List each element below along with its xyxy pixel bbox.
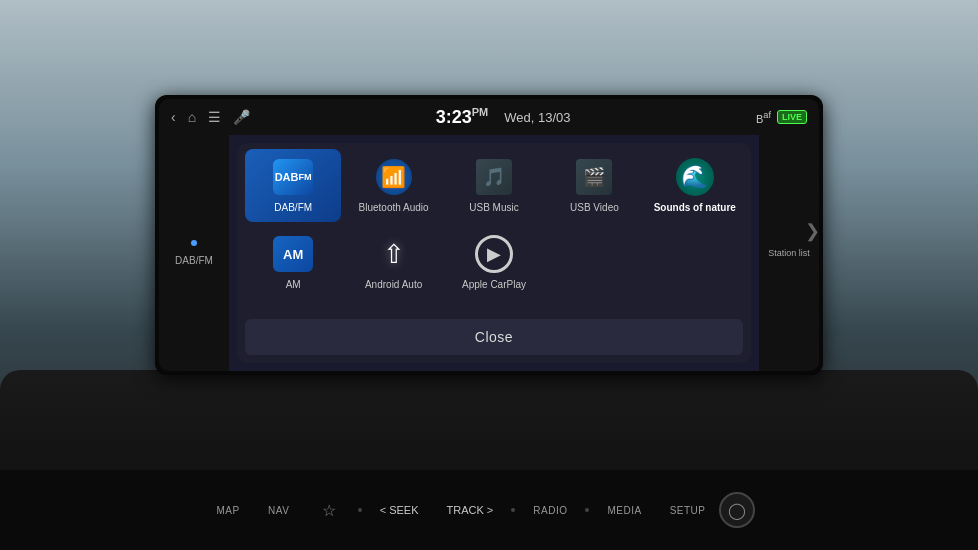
map-button[interactable]: MAP xyxy=(203,497,254,524)
close-button-label: Close xyxy=(475,329,513,345)
nav-label: NAV xyxy=(268,505,289,516)
controls-bar: MAP NAV ☆ < SEEK TRACK > RADIO MEDIA SET… xyxy=(0,470,978,550)
media-item-usb-video[interactable]: 🎬 USB Video xyxy=(546,149,642,222)
setup-label: SETUP xyxy=(670,505,706,516)
media-source-modal: DABFM DAB/FM 📶 Bluetooth Audio xyxy=(237,143,751,363)
media-grid-row2: AM AM ⇧ Andro xyxy=(245,226,743,299)
current-source-label: DAB/FM xyxy=(175,254,213,267)
media-item-usb-music[interactable]: 🎵 USB Music xyxy=(446,149,542,222)
dab-fm-icon: DABFM xyxy=(273,157,313,197)
seek-back-button[interactable]: < SEEK xyxy=(366,496,433,524)
power-icon: ◯ xyxy=(728,501,746,520)
right-sidebar: Station list xyxy=(759,135,819,371)
active-source-indicator xyxy=(191,240,197,246)
am-label: AM xyxy=(286,278,301,291)
nav-button[interactable]: NAV xyxy=(254,497,304,524)
usb-video-icon: 🎬 xyxy=(574,157,614,197)
live-badge: LIVE xyxy=(777,110,807,124)
separator-1 xyxy=(358,508,362,512)
back-icon[interactable]: ‹ xyxy=(171,109,176,125)
media-item-sounds-of-nature[interactable]: 🌊 Sounds of nature xyxy=(647,149,743,222)
sounds-of-nature-icon: 🌊 xyxy=(675,157,715,197)
media-item-apple-carplay[interactable]: ▶ Apple CarPlay xyxy=(446,226,542,299)
time-period: PM xyxy=(472,106,489,118)
time-display: 3:23PM xyxy=(436,106,489,128)
track-forward-button[interactable]: TRACK > xyxy=(433,496,508,524)
am-icon: AM xyxy=(273,234,313,274)
bluetooth-audio-label: Bluetooth Audio xyxy=(359,201,429,214)
media-item-android-auto[interactable]: ⇧ Android Auto xyxy=(345,226,441,299)
sounds-of-nature-label: Sounds of nature xyxy=(654,201,736,214)
favorite-button[interactable]: ☆ xyxy=(304,493,354,528)
empty-cell-1 xyxy=(546,226,642,299)
media-grid-row1: DABFM DAB/FM 📶 Bluetooth Audio xyxy=(245,149,743,222)
apple-carplay-label: Apple CarPlay xyxy=(462,278,526,291)
usb-music-label: USB Music xyxy=(469,201,518,214)
media-label: MEDIA xyxy=(607,505,641,516)
dab-fm-label: DAB/FM xyxy=(274,201,312,214)
power-button[interactable]: ◯ xyxy=(719,492,755,528)
main-content: DAB/FM DABFM DAB/FM xyxy=(159,135,819,371)
radio-label: RADIO xyxy=(533,505,567,516)
top-bar-center: 3:23PM Wed, 13/03 xyxy=(436,106,571,128)
top-bar: ‹ ⌂ ☰ 🎤 3:23PM Wed, 13/03 Baf LIVE xyxy=(159,99,819,135)
seek-back-label: < SEEK xyxy=(380,504,419,516)
top-bar-right: Baf LIVE xyxy=(756,110,807,125)
apple-carplay-icon: ▶ xyxy=(474,234,514,274)
station-list-button[interactable]: Station list xyxy=(768,248,810,258)
date-display: Wed, 13/03 xyxy=(504,110,570,125)
usb-music-icon: 🎵 xyxy=(474,157,514,197)
setup-button[interactable]: SETUP xyxy=(656,497,720,524)
android-auto-icon: ⇧ xyxy=(374,234,414,274)
infotainment-screen: ‹ ⌂ ☰ 🎤 3:23PM Wed, 13/03 Baf LIVE DAB/F xyxy=(159,99,819,371)
star-icon: ☆ xyxy=(322,501,336,520)
time-value: 3:23 xyxy=(436,107,472,127)
bluetooth-icon: 📶 xyxy=(374,157,414,197)
media-button[interactable]: MEDIA xyxy=(593,497,655,524)
menu-icon[interactable]: ☰ xyxy=(208,109,221,125)
media-grid: DABFM DAB/FM 📶 Bluetooth Audio xyxy=(237,143,751,319)
separator-3 xyxy=(585,508,589,512)
separator-2 xyxy=(511,508,515,512)
left-sidebar: DAB/FM xyxy=(159,135,229,371)
signal-icon: Baf xyxy=(756,110,771,125)
media-item-dab-fm[interactable]: DABFM DAB/FM xyxy=(245,149,341,222)
empty-cell-2 xyxy=(647,226,743,299)
top-bar-left: ‹ ⌂ ☰ 🎤 xyxy=(171,109,250,125)
media-item-bluetooth-audio[interactable]: 📶 Bluetooth Audio xyxy=(345,149,441,222)
screen-bezel: ‹ ⌂ ☰ 🎤 3:23PM Wed, 13/03 Baf LIVE DAB/F xyxy=(155,95,823,375)
radio-button[interactable]: RADIO xyxy=(519,497,581,524)
close-button[interactable]: Close xyxy=(245,319,743,355)
home-icon[interactable]: ⌂ xyxy=(188,109,196,125)
map-label: MAP xyxy=(217,505,240,516)
modal-overlay: DABFM DAB/FM 📶 Bluetooth Audio xyxy=(229,135,759,371)
track-forward-label: TRACK > xyxy=(447,504,494,516)
usb-video-label: USB Video xyxy=(570,201,619,214)
media-item-am[interactable]: AM AM xyxy=(245,226,341,299)
android-auto-label: Android Auto xyxy=(365,278,422,291)
mic-icon[interactable]: 🎤 xyxy=(233,109,250,125)
chevron-right-icon[interactable]: ❯ xyxy=(805,220,820,242)
